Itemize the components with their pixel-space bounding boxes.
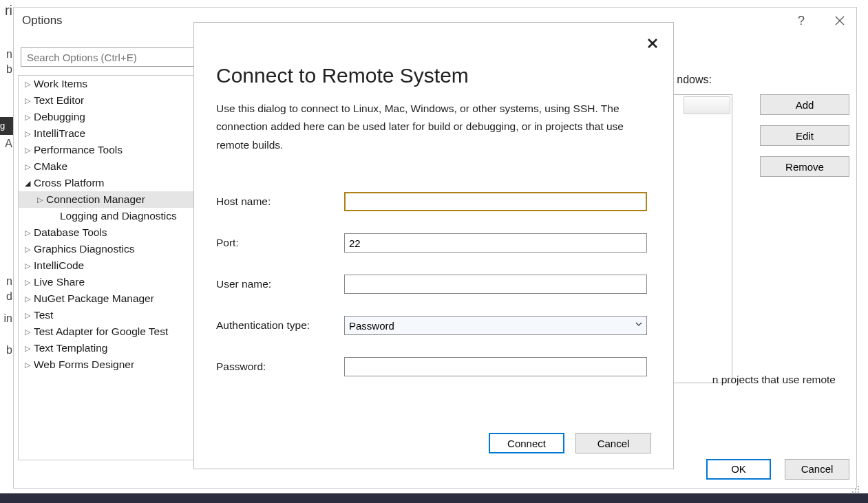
add-button[interactable]: Add [760, 94, 849, 115]
svg-point-9 [858, 491, 859, 493]
svg-point-7 [852, 491, 854, 493]
close-icon [648, 39, 657, 48]
ok-button[interactable]: OK [706, 459, 771, 480]
tree-item-intellitrace[interactable]: ▷IntelliTrace [19, 125, 198, 142]
bg-frag: d [6, 290, 12, 303]
bg-frag: A [5, 138, 12, 150]
help-button[interactable]: ? [792, 11, 811, 30]
tree-item-label: Database Tools [34, 226, 107, 239]
host-label: Host name: [216, 195, 344, 208]
arrow-right-icon: ▷ [23, 295, 32, 303]
tree-item-label: Performance Tools [34, 144, 123, 156]
arrow-right-icon: ▷ [23, 96, 32, 105]
bg-frag: in [4, 312, 12, 325]
tree-item-connection-manager[interactable]: ▷Connection Manager [19, 191, 198, 208]
password-label: Password: [216, 361, 344, 373]
svg-point-8 [855, 491, 856, 493]
connect-remote-dialog: Connect to Remote System Use this dialog… [193, 22, 674, 469]
tree-item-nuget-package-manager[interactable]: ▷NuGet Package Manager [19, 290, 198, 307]
tree-item-live-share[interactable]: ▷Live Share [19, 274, 198, 290]
tree-item-test-adapter-for-google-test[interactable]: ▷Test Adapter for Google Test [19, 323, 198, 340]
arrow-right-icon: ▷ [23, 261, 32, 270]
arrow-right-icon: ▷ [23, 278, 32, 287]
tree-item-graphics-diagnostics[interactable]: ▷Graphics Diagnostics [19, 241, 198, 257]
auth-type-select[interactable] [344, 316, 647, 335]
arrow-right-icon: ▷ [23, 80, 32, 89]
tree-item-intellicode[interactable]: ▷IntelliCode [19, 257, 198, 274]
remove-button[interactable]: Remove [760, 156, 849, 177]
connect-button[interactable]: Connect [489, 433, 564, 453]
options-cancel-button[interactable]: Cancel [785, 459, 849, 480]
cancel-button[interactable]: Cancel [575, 433, 651, 453]
tree-item-label: Cross Platform [34, 177, 105, 189]
tree-item-label: Web Forms Designer [34, 358, 134, 371]
tree-item-label: Connection Manager [46, 193, 145, 206]
options-title: Options [22, 14, 63, 28]
port-input[interactable] [344, 233, 647, 253]
tree-item-label: Test Adapter for Google Test [34, 325, 168, 338]
arrow-right-icon: ▷ [23, 113, 32, 122]
tree-item-cross-platform[interactable]: ◢Cross Platform [19, 175, 198, 191]
tree-item-label: Graphics Diagnostics [34, 243, 134, 255]
tree-item-text-templating[interactable]: ▷Text Templating [19, 340, 198, 356]
tree-item-performance-tools[interactable]: ▷Performance Tools [19, 142, 198, 158]
tree-item-logging-and-diagnostics[interactable]: Logging and Diagnostics [19, 208, 198, 224]
bg-frag: n [6, 48, 12, 61]
port-label: Port: [216, 237, 344, 249]
bg-frag: b [6, 63, 12, 76]
status-bar-fragment [0, 493, 868, 503]
options-tree[interactable]: ▷Work Items▷Text Editor▷Debugging▷Intell… [18, 75, 198, 460]
tree-item-database-tools[interactable]: ▷Database Tools [19, 224, 198, 241]
close-icon [835, 16, 845, 25]
resize-grip-icon[interactable] [849, 482, 860, 493]
arrow-right-icon: ▷ [23, 361, 32, 370]
close-dialog-button[interactable] [644, 35, 661, 52]
svg-point-6 [858, 489, 859, 490]
tree-item-test[interactable]: ▷Test [19, 307, 198, 323]
dialog-title: Connect to Remote System [216, 64, 651, 87]
tree-item-label: Debugging [34, 111, 85, 123]
tree-item-debugging[interactable]: ▷Debugging [19, 109, 198, 125]
tree-item-label: Logging and Diagnostics [60, 210, 177, 222]
tree-item-label: IntelliCode [34, 259, 84, 272]
bg-frag: ri [5, 3, 12, 19]
note-fragment: n projects that use remote [712, 374, 836, 386]
arrow-right-icon: ▷ [35, 195, 45, 204]
arrow-right-icon: ▷ [23, 344, 32, 353]
arrow-right-icon: ▷ [23, 328, 32, 336]
password-input[interactable] [344, 357, 647, 376]
dialog-description: Use this dialog to connect to Linux, Mac… [216, 100, 651, 154]
edit-button[interactable]: Edit [760, 125, 849, 146]
tree-item-cmake[interactable]: ▷CMake [19, 158, 198, 175]
tree-item-web-forms-designer[interactable]: ▷Web Forms Designer [19, 356, 198, 373]
host-name-input[interactable] [344, 192, 647, 211]
bg-frag-dark: g [0, 117, 13, 135]
arrow-right-icon: ▷ [23, 245, 32, 254]
arrow-right-icon: ▷ [23, 146, 32, 155]
tree-item-label: Text Editor [34, 94, 84, 107]
tree-item-label: NuGet Package Manager [34, 292, 154, 305]
svg-point-5 [855, 489, 856, 490]
tree-item-label: Text Templating [34, 342, 107, 354]
user-label: User name: [216, 278, 344, 290]
arrow-right-icon: ▷ [23, 311, 32, 320]
svg-point-4 [858, 486, 859, 487]
background-left-strip: ri n b g A n d in b [0, 0, 13, 503]
tree-item-label: CMake [34, 160, 67, 173]
user-name-input[interactable] [344, 275, 647, 294]
close-window-button[interactable] [830, 11, 849, 30]
tree-item-label: Test [34, 309, 53, 321]
bg-frag: n [6, 275, 12, 288]
tree-item-text-editor[interactable]: ▷Text Editor [19, 92, 198, 109]
remote-heading-fragment: ndows: [677, 74, 712, 86]
arrow-right-icon: ▷ [23, 129, 32, 138]
arrow-down-icon: ◢ [23, 179, 32, 188]
tree-item-label: Live Share [34, 276, 85, 288]
search-input[interactable] [21, 47, 195, 67]
bg-frag: b [6, 344, 12, 356]
arrow-right-icon: ▷ [23, 228, 32, 237]
tree-item-label: Work Items [34, 78, 87, 90]
auth-type-label: Authentication type: [216, 319, 344, 332]
list-header-fragment [684, 96, 730, 114]
tree-item-work-items[interactable]: ▷Work Items [19, 76, 198, 92]
